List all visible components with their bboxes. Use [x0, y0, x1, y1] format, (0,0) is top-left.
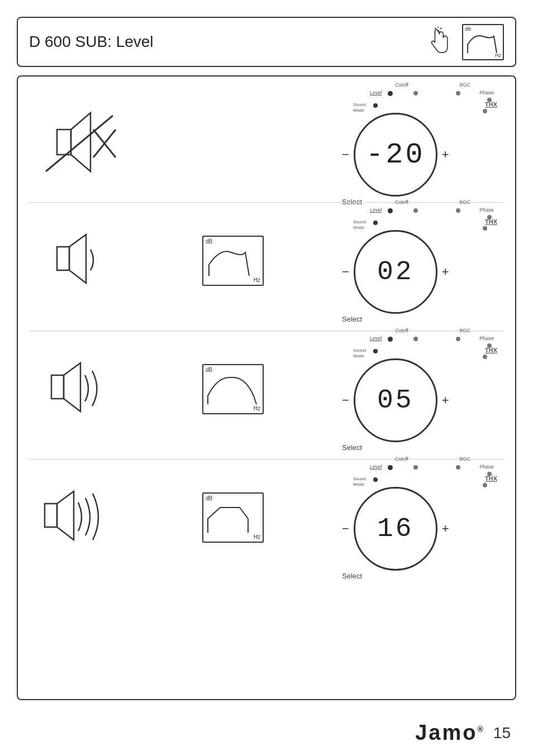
level-label-4: Level [370, 464, 382, 470]
jamo-logo: Jamo® [415, 721, 485, 745]
hz-label-header: Hz [495, 52, 501, 58]
dial-value-2: 02 [377, 257, 414, 287]
svg-line-7 [46, 116, 113, 171]
phase-label-1: Phase [479, 90, 494, 95]
thx-dot-2 [483, 226, 487, 231]
plus-4: + [442, 521, 449, 536]
level-dot-4 [388, 465, 393, 470]
level-dot-2 [388, 208, 393, 213]
svg-line-1 [435, 27, 436, 29]
cutoff-dot-1 [413, 91, 418, 95]
minus-3: − [342, 393, 349, 408]
header-box: D 600 SUB: Level dB Hz [17, 17, 516, 67]
dial-row-1: − -20 + [342, 113, 498, 197]
cutoff-label-1: Cutoff [395, 82, 408, 88]
minus-4: − [342, 521, 349, 536]
cutoff-dot-3 [413, 337, 418, 341]
soundmode-label-3: SoundMode [353, 348, 366, 358]
phase-label-3: Phase [479, 336, 494, 341]
select-label-3[interactable]: Select [342, 443, 362, 452]
level-label-1: Level [370, 90, 382, 95]
control-panel-1: Cutoff BGC Level Phase SoundMode THX [342, 82, 498, 205]
select-label-2[interactable]: Select [342, 315, 362, 323]
row-3: dB Hz Cutoff BGC Level Phase Sound [18, 333, 515, 445]
footer: Jamo® 15 [415, 721, 511, 745]
db-label-2: dB [206, 238, 212, 245]
bgc-label-2: BGC [459, 199, 470, 205]
cutoff-dot-4 [413, 465, 418, 470]
jamo-logo-area: Jamo® [415, 721, 485, 745]
row-1: Cutoff BGC Level Phase SoundMode THX [18, 88, 515, 199]
bgc-label-3: BGC [459, 328, 470, 333]
dial-3[interactable]: 05 [354, 358, 437, 442]
bgc-label-4: BGC [459, 456, 470, 462]
speaker-mid-area [35, 353, 124, 425]
dial-2[interactable]: 02 [354, 230, 437, 314]
soundmode-label-1: SoundMode [353, 102, 366, 113]
plus-2: + [442, 265, 449, 279]
thx-dot-1 [483, 109, 487, 113]
hz-label-4: Hz [254, 534, 260, 540]
svg-marker-13 [57, 491, 74, 540]
thx-label-3: THX [485, 347, 497, 353]
cutoff-label-4: Cutoff [395, 456, 408, 462]
level-label-3: Level [370, 336, 382, 341]
speaker-low-icon [40, 224, 118, 297]
cutoff-label-2: Cutoff [395, 199, 408, 205]
dial-value-4: 16 [377, 514, 414, 544]
speaker-mid-icon [37, 353, 121, 425]
thx-dot-3 [483, 355, 487, 359]
soundmode-label-2: SoundMode [353, 219, 366, 230]
db-curve-2: dB Hz [202, 236, 264, 286]
thx-label-4: THX [485, 475, 497, 482]
row-4: dB Hz Cutoff BGC Level Phase Sound [18, 462, 515, 573]
dial-4[interactable]: 16 [354, 487, 437, 571]
top-labels-3: Cutoff BGC Level Phase SoundMode THX [353, 328, 498, 361]
svg-marker-11 [64, 363, 80, 412]
db-curve-header: dB Hz [462, 24, 504, 60]
page-number: 15 [493, 724, 511, 742]
bgc-label-1: BGC [459, 82, 470, 88]
svg-marker-9 [69, 235, 86, 283]
page: D 600 SUB: Level dB Hz [0, 0, 533, 756]
plus-3: + [442, 393, 449, 408]
cutoff-dot-2 [413, 208, 418, 213]
soundmode-dot-4 [373, 477, 378, 482]
control-panel-3: Cutoff BGC Level Phase SoundMode THX − [342, 328, 498, 451]
level-dot-1 [388, 91, 393, 96]
control-panel-2: Cutoff BGC Level Phase SoundMode THX − [342, 199, 498, 322]
hz-label-3: Hz [254, 405, 260, 412]
dial-row-4: − 16 + [342, 487, 498, 571]
row-2: dB Hz Cutoff BGC Level Phase SoundMode [18, 205, 515, 317]
bgc-dot-1 [456, 91, 460, 95]
cutoff-label-3: Cutoff [395, 328, 408, 333]
top-labels-4: Cutoff BGC Level Phase SoundMode THX [353, 456, 498, 490]
db-curve-4: dB Hz [202, 492, 264, 543]
minus-2: − [342, 265, 349, 279]
phase-label-4: Phase [479, 464, 494, 470]
bgc-dot-2 [456, 208, 460, 213]
top-labels-1: Cutoff BGC Level Phase SoundMode THX [353, 82, 498, 116]
plus-1: + [442, 147, 449, 162]
dial-row-3: − 05 + [342, 358, 498, 442]
soundmode-dot-1 [373, 103, 378, 108]
svg-line-2 [440, 27, 442, 29]
hand-icon [423, 24, 454, 60]
select-label-4[interactable]: Select [342, 572, 362, 580]
speaker-high-icon [35, 481, 124, 554]
registered-mark: ® [478, 725, 485, 734]
thx-label-1: THX [485, 101, 497, 108]
dial-value-3: 05 [377, 385, 414, 415]
thx-dot-4 [483, 483, 487, 487]
soundmode-label-4: SoundMode [353, 476, 366, 487]
hz-label-2: Hz [254, 277, 260, 283]
soundmode-dot-3 [373, 349, 378, 353]
db-curve-3: dB Hz [202, 364, 264, 414]
dial-1[interactable]: -20 [354, 113, 437, 197]
soundmode-dot-2 [373, 221, 378, 225]
top-labels-2: Cutoff BGC Level Phase SoundMode THX [353, 199, 498, 233]
level-label-2: Level [370, 207, 382, 213]
control-panel-4: Cutoff BGC Level Phase SoundMode THX − [342, 456, 498, 579]
speaker-muted-area [35, 104, 124, 183]
header-icons: dB Hz [423, 24, 504, 60]
